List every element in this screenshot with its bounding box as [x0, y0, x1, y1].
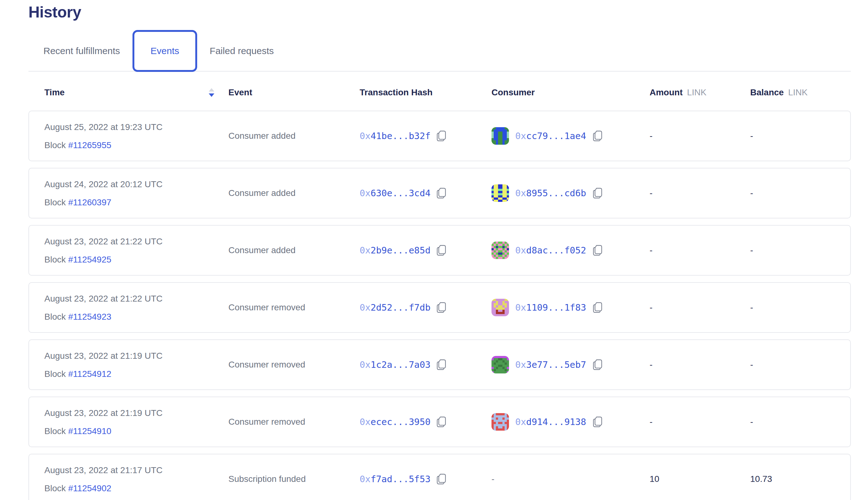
block-number-link[interactable]: #11254902	[68, 484, 111, 493]
copy-icon[interactable]	[436, 130, 446, 142]
copy-icon[interactable]	[592, 302, 603, 314]
hash-value: 2b9e...e85d	[370, 245, 431, 255]
consumer-cell: 0xcc79...1ae4	[491, 127, 603, 145]
block-number-link[interactable]: #11254912	[68, 369, 111, 379]
consumer-address-link[interactable]: 0xcc79...1ae4	[515, 130, 586, 141]
consumer-avatar	[491, 241, 509, 259]
hash-value: 1c2a...7a03	[370, 359, 431, 370]
tab-events[interactable]: Events	[133, 30, 197, 72]
consumer-cell: 0x8955...cd6b	[491, 184, 603, 202]
block-number-link[interactable]: #11260397	[68, 197, 111, 207]
hash-prefix: 0x	[359, 130, 370, 141]
block-line: Block #11254912	[44, 369, 162, 379]
transaction-hash-cell: 0xecec...3950	[359, 416, 446, 428]
row-date: August 24, 2022 at 20:12 UTC	[44, 179, 162, 190]
copy-icon[interactable]	[592, 416, 603, 428]
hash-prefix: 0x	[515, 302, 526, 313]
history-tabs: Recent fulfillments Events Failed reques…	[28, 30, 286, 72]
row-date: August 23, 2022 at 21:19 UTC	[44, 351, 162, 361]
balance-value: -	[750, 245, 753, 255]
hash-value: 41be...b32f	[370, 130, 431, 141]
consumer-address-link[interactable]: 0x3e77...5eb7	[515, 359, 586, 370]
consumer-cell: 0xd8ac...f052	[491, 241, 603, 259]
amount-value: -	[650, 360, 652, 370]
column-header-transaction-hash: Transaction Hash	[359, 88, 432, 98]
block-label: Block	[44, 312, 66, 321]
column-header-consumer: Consumer	[491, 88, 535, 98]
hash-prefix: 0x	[359, 302, 370, 313]
hash-value: 2d52...f7db	[370, 302, 431, 313]
time-cell: August 23, 2022 at 21:22 UTC Block #1125…	[44, 293, 162, 322]
transaction-hash-link[interactable]: 0x41be...b32f	[359, 130, 431, 141]
copy-icon[interactable]	[592, 359, 603, 371]
transaction-hash-link[interactable]: 0x2b9e...e85d	[359, 245, 431, 255]
copy-icon[interactable]	[436, 359, 446, 371]
event-label: Subscription funded	[228, 474, 306, 484]
block-number-link[interactable]: #11254925	[68, 255, 111, 264]
hash-prefix: 0x	[359, 245, 370, 255]
hash-prefix: 0x	[359, 474, 370, 484]
copy-icon[interactable]	[592, 187, 603, 199]
transaction-hash-link[interactable]: 0xf7ad...5f53	[359, 474, 431, 484]
transaction-hash-link[interactable]: 0x630e...3cd4	[359, 188, 431, 198]
transaction-hash-cell: 0x2b9e...e85d	[359, 245, 446, 256]
hash-value: 3e77...5eb7	[526, 359, 586, 370]
sort-down-arrow-icon	[209, 93, 214, 97]
copy-icon[interactable]	[436, 473, 446, 485]
time-cell: August 23, 2022 at 21:19 UTC Block #1125…	[44, 408, 162, 436]
block-line: Block #11265955	[44, 140, 162, 151]
hash-value: d8ac...f052	[526, 245, 586, 255]
block-label: Block	[44, 426, 66, 436]
block-number-link[interactable]: #11265955	[68, 140, 111, 150]
copy-icon[interactable]	[436, 187, 446, 199]
copy-icon[interactable]	[592, 130, 603, 142]
block-label: Block	[44, 140, 66, 150]
block-number-link[interactable]: #11254910	[68, 426, 111, 436]
table-row: August 23, 2022 at 21:19 UTC Block #1125…	[28, 397, 851, 447]
column-header-amount: AmountLINK	[650, 88, 707, 98]
hash-prefix: 0x	[359, 417, 370, 427]
consumer-cell: -	[491, 474, 494, 484]
sort-descending-icon[interactable]	[209, 88, 214, 97]
amount-value: -	[650, 303, 652, 312]
consumer-address-link[interactable]: 0x8955...cd6b	[515, 188, 586, 198]
transaction-hash-cell: 0x630e...3cd4	[359, 187, 446, 199]
table-row: August 24, 2022 at 20:12 UTC Block #1126…	[28, 168, 851, 218]
consumer-address-link[interactable]: 0xd914...9138	[515, 417, 586, 427]
balance-value: -	[750, 360, 753, 370]
copy-icon[interactable]	[436, 302, 446, 314]
transaction-hash-link[interactable]: 0xecec...3950	[359, 417, 431, 427]
consumer-avatar	[491, 356, 509, 373]
tab-failed-requests[interactable]: Failed requests	[197, 30, 286, 72]
block-line: Block #11260397	[44, 197, 162, 208]
table-row: August 25, 2022 at 19:23 UTC Block #1126…	[28, 111, 851, 161]
sort-up-arrow-icon	[209, 88, 214, 92]
row-date: August 23, 2022 at 21:17 UTC	[44, 465, 162, 476]
time-cell: August 23, 2022 at 21:22 UTC Block #1125…	[44, 236, 162, 265]
block-line: Block #11254910	[44, 426, 162, 436]
copy-icon[interactable]	[592, 245, 603, 256]
consumer-cell: 0xd914...9138	[491, 413, 603, 431]
consumer-address-link[interactable]: 0xd8ac...f052	[515, 245, 586, 255]
consumer-avatar	[491, 127, 509, 145]
amount-value: -	[650, 417, 652, 427]
tab-recent-fulfillments[interactable]: Recent fulfillments	[28, 30, 133, 72]
copy-icon[interactable]	[436, 245, 446, 256]
hash-prefix: 0x	[515, 188, 526, 198]
consumer-address-link[interactable]: 0x1109...1f83	[515, 302, 586, 313]
hash-prefix: 0x	[515, 130, 526, 141]
copy-icon[interactable]	[436, 416, 446, 428]
column-header-time[interactable]: Time	[44, 88, 65, 98]
balance-value: -	[750, 131, 753, 141]
row-date: August 23, 2022 at 21:22 UTC	[44, 293, 162, 304]
table-row: August 23, 2022 at 21:19 UTC Block #1125…	[28, 339, 851, 390]
transaction-hash-link[interactable]: 0x1c2a...7a03	[359, 359, 431, 370]
hash-prefix: 0x	[515, 417, 526, 427]
transaction-hash-link[interactable]: 0x2d52...f7db	[359, 302, 431, 313]
consumer-avatar	[491, 299, 509, 316]
block-number-link[interactable]: #11254923	[68, 312, 111, 321]
event-label: Consumer removed	[228, 360, 305, 370]
event-label: Consumer added	[228, 188, 296, 198]
hash-value: 8955...cd6b	[526, 188, 586, 198]
balance-unit-label: LINK	[788, 88, 807, 97]
